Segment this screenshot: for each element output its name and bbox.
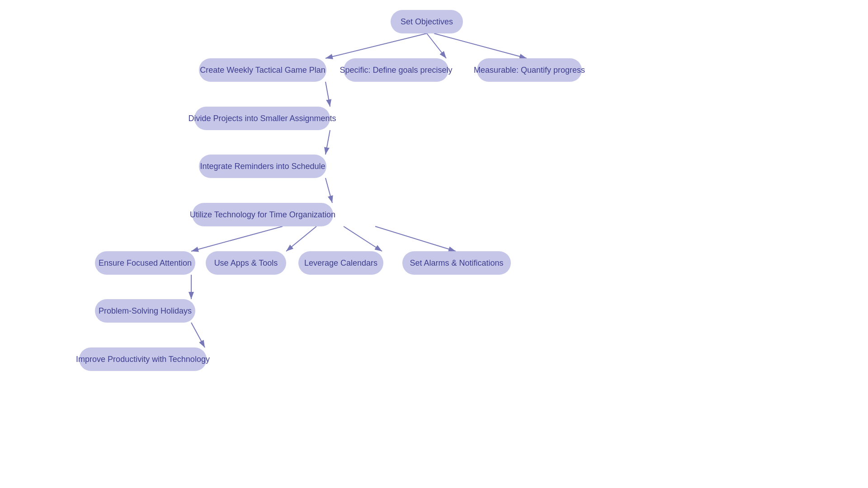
- svg-line-7: [191, 226, 283, 251]
- calendars-node: Leverage Calendars: [298, 251, 383, 275]
- specific-node: Specific: Define goals precisely: [340, 58, 452, 82]
- svg-text:Set Alarms & Notifications: Set Alarms & Notifications: [410, 258, 503, 267]
- weekly-node: Create Weekly Tactical Game Plan: [199, 58, 326, 82]
- apps-node: Use Apps & Tools: [206, 251, 286, 275]
- improve-node: Improve Productivity with Technology: [76, 347, 210, 371]
- svg-text:Ensure Focused Attention: Ensure Focused Attention: [99, 258, 192, 267]
- svg-text:Specific: Define goals precise: Specific: Define goals precisely: [340, 66, 452, 75]
- svg-line-3: [434, 33, 527, 58]
- svg-text:Integrate Reminders into Sched: Integrate Reminders into Schedule: [200, 162, 325, 171]
- divide-node: Divide Projects into Smaller Assignments: [188, 107, 336, 130]
- svg-line-6: [326, 178, 332, 203]
- utilize-node: Utilize Technology for Time Organization: [190, 203, 335, 226]
- svg-text:Measurable: Quantify progress: Measurable: Quantify progress: [474, 66, 585, 75]
- root-node: Set Objectives: [391, 10, 463, 33]
- svg-text:Improve Productivity with Tech: Improve Productivity with Technology: [76, 355, 210, 364]
- integrate-node: Integrate Reminders into Schedule: [199, 155, 326, 178]
- svg-line-12: [191, 323, 205, 347]
- problem-node: Problem-Solving Holidays: [95, 299, 195, 323]
- ensure-node: Ensure Focused Attention: [95, 251, 195, 275]
- svg-line-8: [286, 226, 316, 251]
- svg-text:Create Weekly Tactical Game Pl: Create Weekly Tactical Game Plan: [200, 66, 325, 75]
- measurable-node: Measurable: Quantify progress: [474, 58, 585, 82]
- svg-line-9: [344, 226, 382, 251]
- svg-text:Leverage Calendars: Leverage Calendars: [304, 258, 377, 267]
- svg-text:Utilize Technology for Time Or: Utilize Technology for Time Organization: [190, 210, 335, 219]
- svg-text:Divide Projects into Smaller A: Divide Projects into Smaller Assignments: [188, 114, 336, 123]
- svg-text:Problem-Solving Holidays: Problem-Solving Holidays: [99, 306, 192, 315]
- svg-text:Set Objectives: Set Objectives: [401, 17, 453, 26]
- svg-line-5: [326, 130, 330, 155]
- svg-text:Use Apps & Tools: Use Apps & Tools: [214, 258, 278, 267]
- svg-line-10: [375, 226, 456, 251]
- svg-line-2: [427, 33, 446, 58]
- mindmap-diagram: Set Objectives Create Weekly Tactical Ga…: [0, 0, 868, 488]
- svg-line-4: [326, 82, 330, 107]
- alarms-node: Set Alarms & Notifications: [402, 251, 511, 275]
- svg-line-1: [326, 33, 427, 58]
